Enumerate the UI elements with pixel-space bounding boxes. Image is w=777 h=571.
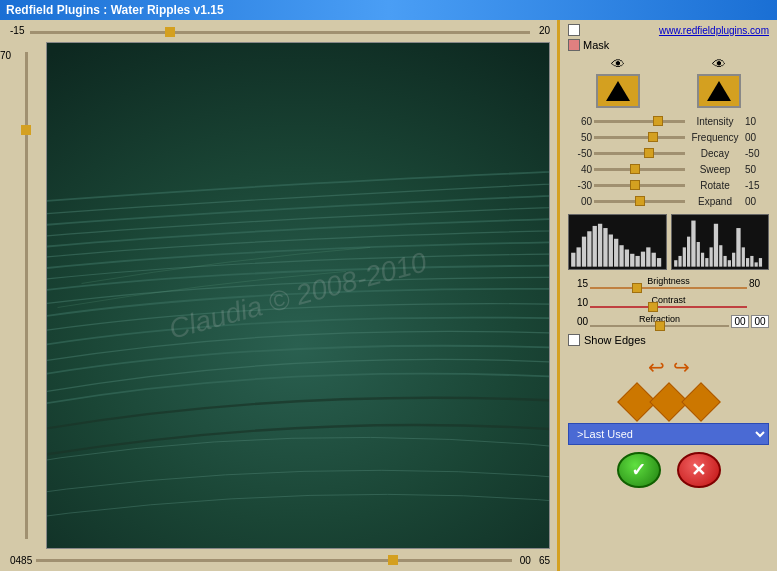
- svg-rect-20: [674, 260, 677, 266]
- decay-label: Decay: [687, 148, 743, 159]
- eye-icon-right[interactable]: 👁: [712, 56, 726, 72]
- svg-rect-5: [587, 231, 591, 266]
- svg-rect-29: [713, 224, 717, 267]
- svg-rect-26: [700, 253, 703, 267]
- svg-rect-14: [635, 256, 639, 267]
- rotate-slider[interactable]: [594, 179, 685, 191]
- title-bar: Redfield Plugins : Water Ripples v1.15: [0, 0, 777, 20]
- frequency-row: 50 Frequency 00: [568, 129, 769, 145]
- rotate-row: -30 Rotate -15: [568, 177, 769, 193]
- bottom-right-val: 65: [539, 555, 550, 566]
- preview-icons-row: 👁 👁: [568, 54, 769, 110]
- svg-rect-9: [609, 234, 613, 266]
- rotate-cw-icon[interactable]: ↩: [648, 355, 665, 379]
- sweep-row: 40 Sweep 50: [568, 161, 769, 177]
- refraction-val2[interactable]: 00: [751, 315, 769, 328]
- show-edges-checkbox[interactable]: [568, 334, 580, 346]
- mask-checkbox[interactable]: [568, 39, 580, 51]
- svg-rect-17: [652, 253, 656, 267]
- svg-rect-25: [696, 242, 699, 267]
- bottom-slider-track[interactable]: [36, 559, 512, 562]
- svg-rect-21: [678, 256, 681, 267]
- top-slider-track[interactable]: [30, 31, 530, 34]
- eye-icon-left[interactable]: 👁: [611, 56, 625, 72]
- cancel-icon: ✕: [691, 459, 706, 481]
- main-checkbox[interactable]: [568, 24, 580, 36]
- svg-rect-30: [719, 245, 722, 266]
- svg-rect-8: [603, 228, 607, 267]
- intensity-row: 60 Intensity 10: [568, 113, 769, 129]
- show-edges-row: Show Edges: [568, 332, 769, 348]
- top-slider-thumb[interactable]: [165, 27, 175, 37]
- preview-box-right[interactable]: [697, 74, 741, 108]
- brightness-row: 15 Brightness 80: [568, 275, 769, 291]
- ok-icon: ✓: [631, 459, 646, 481]
- svg-rect-18: [657, 258, 661, 267]
- svg-rect-24: [691, 221, 695, 267]
- intensity-label: Intensity: [687, 116, 743, 127]
- contrast-row: 10 Contrast: [568, 294, 769, 310]
- svg-rect-28: [709, 247, 712, 266]
- svg-rect-6: [593, 226, 597, 267]
- frequency-left-val: 50: [568, 132, 592, 143]
- svg-rect-7: [598, 224, 602, 267]
- intensity-slider[interactable]: [594, 115, 685, 127]
- left-v-slider-thumb[interactable]: [21, 125, 31, 135]
- website-link[interactable]: www.redfieldplugins.com: [659, 25, 769, 36]
- params-section: 60 Intensity 10 50 Frequency 00: [568, 113, 769, 209]
- bottom-slider-thumb[interactable]: [388, 555, 398, 565]
- arrows-row: ↩ ↪: [568, 351, 769, 383]
- svg-rect-27: [705, 258, 708, 267]
- sweep-right-val: 50: [745, 164, 769, 175]
- top-slider-right-label: 20: [539, 25, 550, 36]
- left-panel: -15 20 70: [0, 20, 560, 571]
- left-slider-top-label: 70: [0, 50, 11, 61]
- preview-icon-left: 👁: [596, 56, 640, 108]
- title-text: Redfield Plugins : Water Ripples v1.15: [6, 3, 224, 17]
- diamond-icons-row: [568, 386, 769, 418]
- canvas-area: Claudia © 2008-2010: [46, 42, 550, 549]
- preset-select[interactable]: >Last Used: [568, 423, 769, 445]
- contrast-slider[interactable]: Contrast: [590, 296, 747, 308]
- svg-rect-12: [625, 250, 629, 267]
- svg-rect-32: [727, 260, 730, 266]
- top-slider-area: -15 20: [0, 20, 560, 42]
- preview-box-left[interactable]: [596, 74, 640, 108]
- histogram-row: [568, 214, 769, 270]
- svg-rect-22: [682, 247, 685, 266]
- svg-rect-34: [736, 228, 740, 267]
- ok-button[interactable]: ✓: [617, 452, 661, 488]
- intensity-right-val: 10: [745, 116, 769, 127]
- expand-right-val: 00: [745, 196, 769, 207]
- rotate-ccw-icon[interactable]: ↪: [673, 355, 690, 379]
- intensity-left-val: 60: [568, 116, 592, 127]
- brightness-right-val: 80: [749, 278, 769, 289]
- top-controls-row: www.redfieldplugins.com: [568, 24, 769, 36]
- show-edges-label: Show Edges: [584, 334, 646, 346]
- decay-left-val: -50: [568, 148, 592, 159]
- rotate-right-val: -15: [745, 180, 769, 191]
- action-buttons: ✓ ✕: [568, 452, 769, 488]
- sweep-label: Sweep: [687, 164, 743, 175]
- cancel-button[interactable]: ✕: [677, 452, 721, 488]
- bottom-slider-area: 0485 00 65: [0, 549, 560, 571]
- diamond-right[interactable]: [681, 382, 721, 422]
- decay-row: -50 Decay -50: [568, 145, 769, 161]
- svg-rect-23: [687, 237, 690, 267]
- expand-slider[interactable]: [594, 195, 685, 207]
- frequency-slider[interactable]: [594, 131, 685, 143]
- decay-slider[interactable]: [594, 147, 685, 159]
- decay-right-val: -50: [745, 148, 769, 159]
- refraction-val1[interactable]: 00: [731, 315, 749, 328]
- brightness-slider[interactable]: Brightness: [590, 277, 747, 289]
- brightness-left-val: 15: [568, 278, 588, 289]
- contrast-left-val: 10: [568, 297, 588, 308]
- svg-rect-39: [758, 258, 761, 267]
- refraction-slider[interactable]: Refraction: [590, 315, 729, 327]
- svg-rect-31: [723, 256, 726, 267]
- refraction-row: 00 Refraction 00 00: [568, 313, 769, 329]
- svg-rect-4: [582, 237, 586, 267]
- refraction-left-val: 00: [568, 316, 588, 327]
- svg-rect-37: [750, 256, 753, 267]
- sweep-slider[interactable]: [594, 163, 685, 175]
